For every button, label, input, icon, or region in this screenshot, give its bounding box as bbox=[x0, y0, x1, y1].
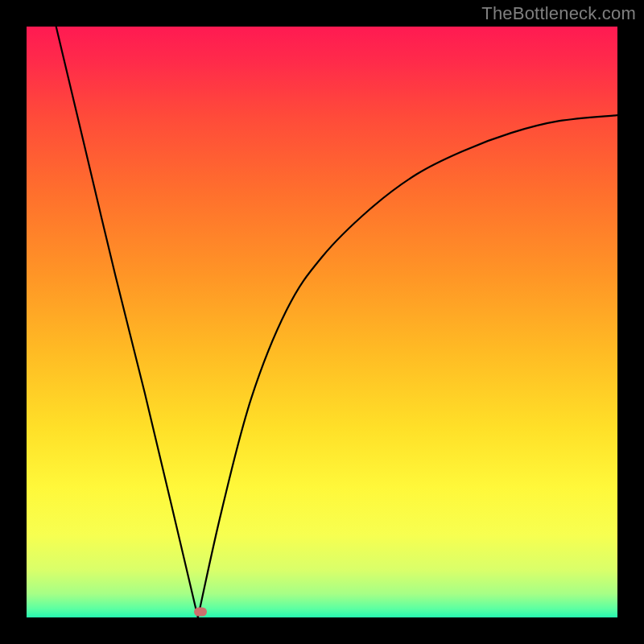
gradient-and-curve bbox=[27, 27, 617, 617]
optimal-marker bbox=[194, 608, 207, 617]
plot-area bbox=[27, 27, 617, 617]
chart-frame: TheBottleneck.com bbox=[0, 0, 644, 644]
gradient-background bbox=[27, 27, 617, 617]
watermark-text: TheBottleneck.com bbox=[481, 3, 636, 24]
